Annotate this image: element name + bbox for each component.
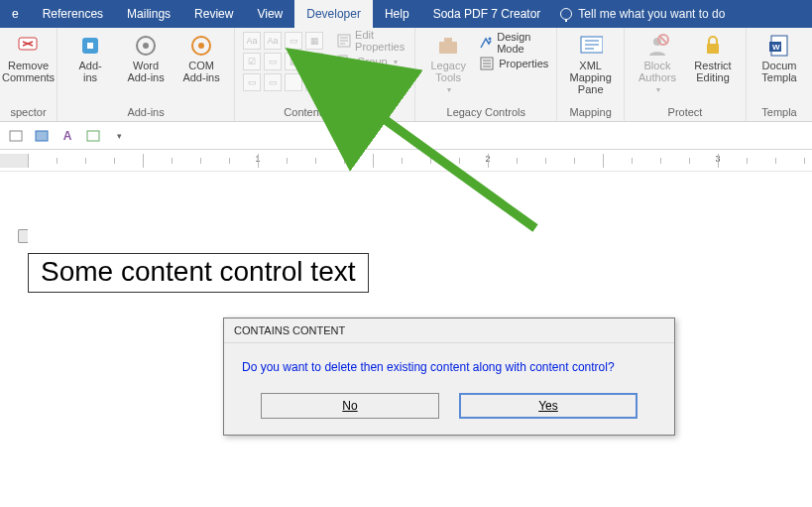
addins-icon bbox=[78, 34, 102, 58]
svg-rect-11 bbox=[439, 42, 457, 54]
content-controls-gallery[interactable]: AaAa▭▦ ☑▭▤▥ ▭▭ bbox=[243, 32, 323, 91]
tab-help[interactable]: Help bbox=[373, 0, 421, 28]
quick-access-toolbar: A ▾ bbox=[0, 122, 812, 150]
tab-sodapdf[interactable]: Soda PDF 7 Creator bbox=[421, 0, 553, 28]
tell-me-placeholder: Tell me what you want to do bbox=[578, 7, 725, 21]
xml-mapping-button[interactable]: XML Mapping Pane bbox=[565, 32, 616, 97]
tell-me-search[interactable]: Tell me what you want to do bbox=[560, 0, 725, 28]
tab-review[interactable]: Review bbox=[182, 0, 245, 28]
tab-references[interactable]: References bbox=[31, 0, 115, 28]
design-mode-label: Design Mode bbox=[497, 31, 548, 55]
qat-item-3[interactable]: A bbox=[59, 128, 75, 144]
group-button[interactable]: Group▾ bbox=[337, 53, 406, 70]
chevron-down-icon: ▾ bbox=[447, 85, 451, 94]
chevron-down-icon: ▾ bbox=[656, 85, 660, 94]
legacy-tools-button[interactable]: Legacy Tools▾ bbox=[423, 32, 473, 96]
com-addins-icon bbox=[189, 34, 213, 58]
qat-item-2[interactable] bbox=[34, 128, 50, 144]
properties-label: Properties bbox=[499, 58, 548, 69]
document-template-label: Docum Templa bbox=[761, 60, 796, 83]
tab-mailings[interactable]: Mailings bbox=[115, 0, 182, 28]
word-doc-icon: W bbox=[767, 34, 791, 58]
tab-developer[interactable]: Developer bbox=[294, 0, 373, 28]
block-authors-icon bbox=[645, 34, 669, 58]
word-addins-label: Word Add-ins bbox=[127, 60, 164, 83]
group-label-addins: Add-ins bbox=[65, 104, 226, 121]
dialog-title: CONTAINS CONTENT bbox=[224, 318, 674, 343]
tab-view[interactable]: View bbox=[245, 0, 294, 28]
word-addins-button[interactable]: Word Add-ins bbox=[121, 32, 171, 85]
group-label-mapping: Mapping bbox=[565, 104, 616, 121]
dialog-yes-button[interactable]: Yes bbox=[459, 393, 638, 419]
group-label-spector: spector bbox=[8, 104, 49, 121]
ribbon-tabbar: e References Mailings Review View Develo… bbox=[0, 0, 812, 28]
tab-partial[interactable]: e bbox=[0, 0, 31, 28]
svg-rect-18 bbox=[707, 44, 719, 54]
properties-list-icon bbox=[479, 56, 495, 71]
block-authors-label: Block Authors bbox=[638, 60, 676, 83]
remove-comments-icon bbox=[17, 34, 41, 58]
svg-rect-22 bbox=[10, 131, 22, 141]
svg-rect-2 bbox=[87, 43, 93, 49]
group-label-template: Templa bbox=[754, 104, 804, 121]
toolbox-icon bbox=[436, 34, 460, 58]
delete-button[interactable]: Delete bbox=[337, 73, 406, 91]
delete-label: Delete bbox=[357, 76, 389, 88]
document-template-button[interactable]: W Docum Templa bbox=[754, 32, 804, 85]
group-label: Group bbox=[357, 56, 388, 67]
svg-point-13 bbox=[489, 38, 492, 41]
content-control-handle[interactable] bbox=[18, 229, 28, 243]
remove-comments-label: Remove Comments bbox=[2, 60, 55, 83]
confirm-dialog: CONTAINS CONTENT Do you want to delete t… bbox=[223, 317, 675, 436]
qat-item-1[interactable] bbox=[8, 128, 24, 144]
svg-rect-12 bbox=[444, 38, 452, 43]
chevron-down-icon: ▾ bbox=[394, 58, 398, 66]
edit-properties-button[interactable]: Edit Properties bbox=[337, 32, 406, 50]
group-icon bbox=[337, 54, 353, 69]
svg-rect-24 bbox=[87, 131, 99, 141]
remove-comments-button[interactable]: Remove Comments bbox=[0, 32, 58, 85]
addins-button[interactable]: Add- ins bbox=[65, 32, 115, 85]
addins-label: Add- ins bbox=[78, 60, 101, 83]
com-addins-button[interactable]: COM Add-ins bbox=[176, 32, 226, 85]
qat-more[interactable]: ▾ bbox=[111, 128, 127, 144]
qat-item-4[interactable] bbox=[85, 128, 101, 144]
properties-icon bbox=[337, 33, 351, 49]
lock-icon bbox=[701, 34, 725, 58]
properties-button[interactable]: Properties bbox=[479, 55, 548, 72]
svg-point-4 bbox=[143, 43, 149, 49]
svg-rect-23 bbox=[36, 131, 48, 141]
lightbulb-icon bbox=[560, 8, 572, 20]
word-addins-icon bbox=[134, 34, 158, 58]
com-addins-label: COM Add-ins bbox=[182, 60, 219, 83]
restrict-editing-label: Restrict Editing bbox=[694, 60, 731, 83]
edit-properties-label: Edit Properties bbox=[355, 29, 406, 53]
svg-point-6 bbox=[198, 43, 204, 49]
content-control-text[interactable]: Some content control text bbox=[28, 253, 369, 293]
group-label-content-controls: Content Controls bbox=[243, 104, 406, 121]
group-label-legacy: Legacy Controls bbox=[423, 104, 548, 121]
xml-mapping-label: XML Mapping Pane bbox=[569, 60, 612, 95]
block-authors-button[interactable]: Block Authors▾ bbox=[633, 32, 682, 96]
design-mode-button[interactable]: Design Mode bbox=[479, 34, 548, 52]
legacy-tools-label: Legacy Tools bbox=[430, 60, 465, 83]
dialog-message: Do you want to delete then existing cont… bbox=[224, 343, 674, 383]
ribbon: Remove Comments spector Add- ins Word Ad… bbox=[0, 28, 812, 122]
xml-mapping-icon bbox=[579, 34, 603, 58]
delete-icon bbox=[337, 74, 353, 90]
restrict-editing-button[interactable]: Restrict Editing bbox=[688, 32, 738, 96]
horizontal-ruler[interactable]: 1 2 3 bbox=[0, 150, 812, 172]
group-label-protect: Protect bbox=[633, 104, 738, 121]
dialog-no-button[interactable]: No bbox=[261, 393, 439, 419]
svg-text:W: W bbox=[772, 43, 780, 52]
design-mode-icon bbox=[479, 35, 493, 51]
